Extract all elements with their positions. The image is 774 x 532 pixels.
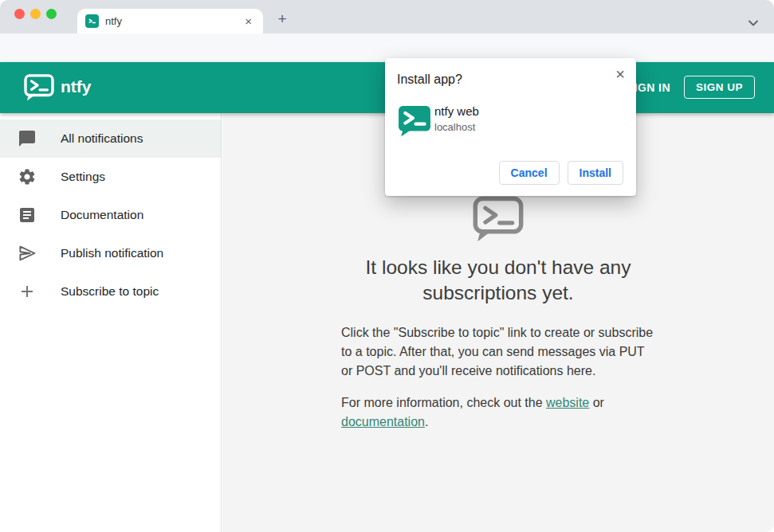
empty-state-heading: It looks like you don't have any subscri… (327, 255, 670, 306)
empty-state-links-paragraph: For more information, check out the webs… (341, 393, 655, 432)
empty-state-paragraph: Click the "Subscribe to topic" link to c… (341, 323, 655, 381)
dialog-close-icon[interactable]: × (612, 63, 628, 85)
tab-close-icon[interactable]: × (242, 14, 255, 29)
article-icon (18, 205, 37, 225)
ntfy-app-icon (398, 105, 431, 140)
sidebar-nav: All notifications Settings Documentation… (0, 113, 222, 532)
close-window-button[interactable] (14, 9, 25, 19)
sidebar-item-documentation[interactable]: Documentation (0, 196, 221, 234)
sidebar-item-all-notifications[interactable]: All notifications (0, 119, 221, 158)
sidebar-item-publish-notification[interactable]: Publish notification (0, 234, 221, 272)
dialog-title: Install app? (397, 72, 462, 87)
maximize-window-button[interactable] (46, 9, 57, 19)
tab-search-chevron-icon[interactable] (748, 15, 758, 29)
sidebar-item-label: Subscribe to topic (61, 284, 159, 299)
dialog-app-name: ntfy web (434, 104, 479, 118)
sidebar-item-label: Publish notification (61, 246, 163, 260)
sidebar-item-subscribe-to-topic[interactable]: Subscribe to topic (0, 272, 221, 311)
ntfy-favicon-icon (85, 14, 99, 28)
install-button[interactable]: Install (568, 161, 623, 185)
sidebar-item-settings[interactable]: Settings (0, 158, 221, 196)
dialog-actions: Cancel Install (499, 161, 623, 185)
app-title: ntfy (61, 77, 92, 96)
send-icon (18, 244, 37, 263)
minimize-window-button[interactable] (30, 9, 41, 19)
browser-window: ntfy × + localhost (0, 0, 774, 532)
ntfy-terminal-icon (472, 196, 525, 242)
sidebar-item-label: All notifications (61, 131, 143, 146)
dialog-app-origin: localhost (434, 121, 475, 133)
ntfy-logo-icon (24, 74, 54, 104)
sign-up-button[interactable]: SIGN UP (684, 76, 755, 99)
documentation-link[interactable]: documentation (341, 415, 425, 428)
chat-icon (18, 129, 37, 148)
paragraph-text: . (425, 415, 428, 428)
cancel-button[interactable]: Cancel (499, 161, 560, 185)
website-link[interactable]: website (546, 396, 589, 409)
tab-title: ntfy (105, 15, 242, 27)
new-tab-button[interactable]: + (274, 10, 290, 28)
sidebar-item-label: Settings (61, 170, 105, 184)
paragraph-text: For more information, check out the (341, 396, 546, 409)
sidebar-item-label: Documentation (61, 208, 143, 222)
install-app-dialog: Install app? × ntfy web localhost Cancel… (385, 58, 636, 196)
browser-tab[interactable]: ntfy × (77, 9, 263, 33)
gear-icon (18, 167, 37, 186)
titlebar: ntfy × + (0, 0, 774, 33)
plus-icon (18, 282, 37, 301)
paragraph-text: or (589, 396, 604, 409)
